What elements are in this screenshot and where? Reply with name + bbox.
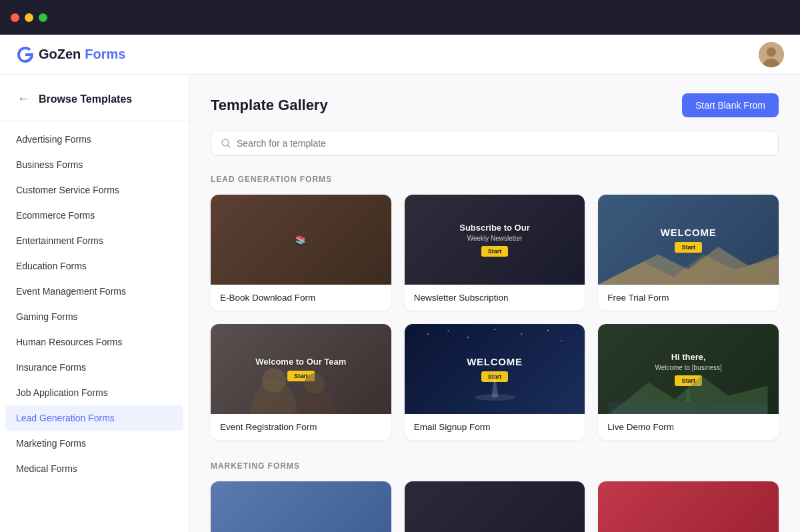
main-layout: ← Browse Templates Advertising Forms Bus… xyxy=(0,75,800,532)
sidebar-item-customer-service[interactable]: Customer Service Forms xyxy=(0,177,189,203)
traffic-light-red[interactable] xyxy=(11,13,19,22)
back-button[interactable]: ← xyxy=(16,91,31,107)
template-label-livedemo: Live Demo Form xyxy=(598,414,779,440)
use-template-button-livedemo[interactable]: Use This Template xyxy=(640,371,737,392)
template-thumb-mkt3: View Template Use This Template xyxy=(598,481,779,532)
template-card-livedemo[interactable]: Hi there, Welcome to [business] Start Vi… xyxy=(598,324,779,440)
sidebar-header: ← Browse Templates xyxy=(0,85,189,121)
view-template-button-newsletter[interactable]: View Template xyxy=(448,217,541,237)
template-card-mkt1[interactable]: View Template Use This Template Marketin… xyxy=(211,481,391,532)
view-template-button-ebook[interactable]: View Template xyxy=(254,217,347,237)
sidebar: ← Browse Templates Advertising Forms Bus… xyxy=(0,75,189,532)
sidebar-item-event-management[interactable]: Event Management Forms xyxy=(0,279,189,304)
use-template-button-freetrial[interactable]: Use This Template xyxy=(640,242,737,263)
svg-point-1 xyxy=(767,47,776,57)
template-thumb-event-reg: Welcome to Our Team Start View Template … xyxy=(211,324,391,414)
content-area: Template Gallery Start Blank From LEAD G… xyxy=(189,75,800,532)
template-card-email-signup[interactable]: WELCOME Start xyxy=(405,324,585,440)
gallery-title: Template Gallery xyxy=(211,97,328,114)
app-header: GoZenForms xyxy=(0,35,800,75)
use-template-button-event-reg[interactable]: Use This Template xyxy=(253,371,349,392)
logo-icon xyxy=(16,45,35,64)
sidebar-item-business[interactable]: Business Forms xyxy=(0,152,189,177)
template-card-ebook[interactable]: 📚 View Template Use This Template E-Book… xyxy=(211,195,391,311)
sidebar-item-human-resources[interactable]: Human Resources Forms xyxy=(0,329,189,355)
template-thumb-livedemo: Hi there, Welcome to [business] Start Vi… xyxy=(598,324,779,414)
search-icon xyxy=(221,138,231,149)
use-template-button-mkt1[interactable]: Use This Template xyxy=(253,529,349,533)
view-template-button-mkt3[interactable]: View Template xyxy=(642,504,735,523)
template-label-event-reg: Event Registration Form xyxy=(211,414,391,440)
template-thumb-newsletter: Subscribe to Our Weekly Newsletter Start… xyxy=(405,195,585,285)
traffic-light-green[interactable] xyxy=(39,13,47,22)
template-thumb-email-signup: WELCOME Start xyxy=(405,324,585,414)
sidebar-item-insurance[interactable]: Insurance Forms xyxy=(0,355,189,380)
sidebar-item-advertising[interactable]: Advertising Forms xyxy=(0,127,189,152)
template-card-freetrial[interactable]: WELCOME Start View Template Use This Tem… xyxy=(598,195,779,311)
start-blank-button[interactable]: Start Blank From xyxy=(682,93,779,117)
sidebar-title: Browse Templates xyxy=(39,93,132,105)
traffic-light-yellow[interactable] xyxy=(25,13,33,22)
template-thumb-mkt1: View Template Use This Template xyxy=(211,481,391,532)
logo: GoZenForms xyxy=(16,45,125,64)
section-title-lead-gen: LEAD GENERATION FORMS xyxy=(211,175,779,184)
template-label-email-signup: Email Signup Form xyxy=(405,414,585,440)
sidebar-item-medical[interactable]: Medical Forms xyxy=(0,456,189,481)
sidebar-item-job-application[interactable]: Job Application Forms xyxy=(0,380,189,405)
template-grid-lead-gen: 📚 View Template Use This Template E-Book… xyxy=(211,195,779,440)
sidebar-item-entertainment[interactable]: Entertainment Forms xyxy=(0,228,189,253)
titlebar xyxy=(0,0,800,35)
use-template-button-mkt2[interactable]: Use This Template xyxy=(446,529,543,533)
view-template-button-livedemo[interactable]: View Template xyxy=(642,347,735,366)
use-template-button-newsletter[interactable]: Use This Template xyxy=(446,242,543,263)
template-thumb-mkt2: View Template Use This Template xyxy=(405,481,585,532)
sidebar-item-gaming[interactable]: Gaming Forms xyxy=(0,304,189,329)
sidebar-item-lead-generation[interactable]: Lead Generation Forms xyxy=(5,405,183,431)
view-template-button-mkt2[interactable]: View Template xyxy=(448,504,541,523)
view-template-button-freetrial[interactable]: View Template xyxy=(642,217,735,237)
template-card-event-reg[interactable]: Welcome to Our Team Start View Template … xyxy=(211,324,391,440)
template-label-freetrial: Free Trial Form xyxy=(598,285,779,311)
template-card-mkt3[interactable]: View Template Use This Template Marketin… xyxy=(598,481,779,532)
svg-line-4 xyxy=(228,145,230,147)
template-grid-marketing: View Template Use This Template Marketin… xyxy=(211,481,779,532)
use-template-button-ebook[interactable]: Use This Template xyxy=(253,242,349,263)
view-template-button-email-signup[interactable]: View Template xyxy=(448,347,541,366)
template-thumb-freetrial: WELCOME Start View Template Use This Tem… xyxy=(598,195,779,285)
logo-gozen: GoZen xyxy=(39,47,81,62)
sidebar-item-education[interactable]: Education Forms xyxy=(0,253,189,279)
logo-forms: Forms xyxy=(85,47,125,62)
search-bar xyxy=(211,131,779,156)
section-title-marketing: MARKETING FORMS xyxy=(211,461,779,471)
sidebar-item-marketing[interactable]: Marketing Forms xyxy=(0,431,189,456)
avatar[interactable] xyxy=(759,42,784,67)
template-label-newsletter: Newsletter Subscription xyxy=(405,285,585,311)
view-template-button-event-reg[interactable]: View Template xyxy=(254,347,347,366)
use-template-button-mkt3[interactable]: Use This Template xyxy=(640,529,737,533)
content-header: Template Gallery Start Blank From xyxy=(211,93,779,117)
sidebar-divider xyxy=(0,121,189,121)
template-card-newsletter[interactable]: Subscribe to Our Weekly Newsletter Start… xyxy=(405,195,585,311)
template-thumb-ebook: 📚 View Template Use This Template xyxy=(211,195,391,285)
search-input[interactable] xyxy=(237,138,769,149)
view-template-button-mkt1[interactable]: View Template xyxy=(254,504,347,523)
template-label-ebook: E-Book Download Form xyxy=(211,285,391,311)
template-card-mkt2[interactable]: View Template Use This Template Marketin… xyxy=(405,481,585,532)
use-template-button-email-signup[interactable]: Use This Template xyxy=(446,371,543,392)
sidebar-item-ecommerce[interactable]: Ecommerce Forms xyxy=(0,203,189,228)
